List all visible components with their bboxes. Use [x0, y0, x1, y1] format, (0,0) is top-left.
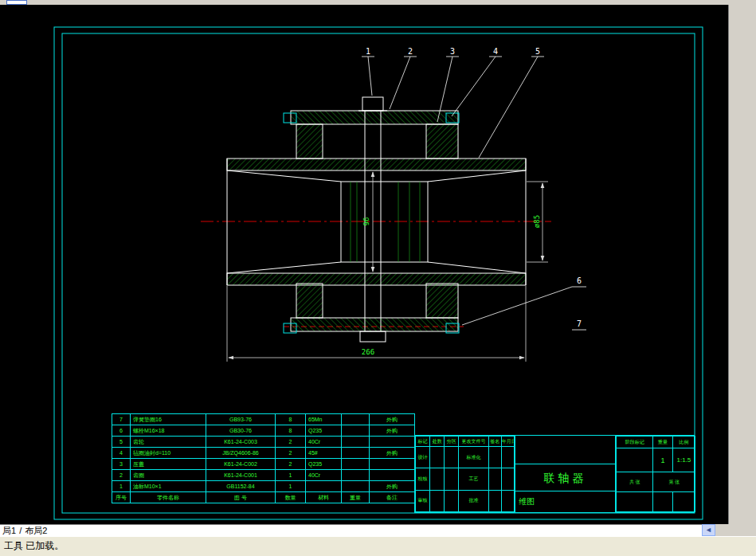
- part-no: 3: [112, 459, 131, 470]
- sheet-no-label: 第 张: [653, 472, 695, 491]
- scale-value: 1:1.5: [672, 448, 695, 472]
- bottom-flange: [284, 284, 459, 342]
- part-no: 1: [112, 481, 131, 492]
- callout-3: 3: [450, 47, 455, 56]
- rev-sign: 签名: [488, 437, 501, 447]
- part-qty: 2: [276, 448, 306, 459]
- dimension-96: 96: [362, 172, 373, 272]
- dim-96-text: 96: [362, 217, 370, 226]
- part-note: [370, 437, 415, 448]
- header-qty: 数量: [276, 492, 306, 503]
- table-row: 2 齿圈 K61-24-C001 1 40Cr: [112, 470, 415, 481]
- part-name: 螺栓M16×18: [131, 425, 206, 437]
- part-weight: [342, 437, 370, 448]
- part-note: 外购: [370, 425, 415, 437]
- header-name: 零件名称: [131, 492, 206, 503]
- drawing-type-label: 维图: [515, 491, 615, 512]
- tab-layout2[interactable]: 布局2: [25, 525, 47, 537]
- part-name: 压盖: [131, 459, 206, 470]
- callout-6: 6: [577, 276, 582, 285]
- total-sheets-label: 共 张: [617, 472, 653, 491]
- bolt-head: [362, 97, 383, 111]
- part-material: [306, 481, 342, 492]
- part-material: 45#: [306, 448, 342, 459]
- status-message: 工具 已加载。: [4, 540, 64, 551]
- table-row: 3 压盖 K61-24-C002 2 Q235: [112, 459, 415, 470]
- part-weight: [342, 470, 370, 481]
- part-material: Q235: [306, 459, 342, 470]
- rev-mark: 标记: [416, 437, 430, 447]
- part-material: 65Mn: [306, 414, 342, 425]
- part-no: 4: [112, 448, 131, 459]
- part-code: K61-24-C001: [206, 470, 276, 481]
- part-qty: 1: [276, 481, 306, 492]
- header-weight: 重量: [342, 492, 370, 503]
- table-header-row: 序号 零件名称 图 号 数量 材料 重量 备注: [112, 492, 415, 503]
- table-row: 6 螺栓M16×18 GB30-76 8 Q235 外购: [112, 425, 415, 437]
- part-no: 2: [112, 470, 131, 481]
- header-material: 材料: [306, 492, 342, 503]
- table-row: 5 齿轮 K61-24-C003 2 40Cr: [112, 437, 415, 448]
- title-block-name-area: 联轴器 维图: [515, 436, 616, 512]
- title-block: 标记 处数 分区 更改文件号 签名 年月日 设计 标准化 校核: [414, 435, 695, 513]
- dim-dia85-text: ø85: [533, 215, 541, 228]
- callout-2: 2: [408, 47, 413, 56]
- sheet-count-value: 1: [653, 448, 672, 472]
- standard-label: 标准化: [459, 447, 488, 468]
- scale-label: 比例: [672, 437, 695, 448]
- table-row: 4 毡圈油封d=110 JB/ZQ4606-86 2 45# 外购: [112, 448, 415, 459]
- part-code: K61-24-C002: [206, 459, 276, 470]
- part-weight: [342, 448, 370, 459]
- title-block-scale-area: 阶段标记 重量 比例 1 1:1.5 共 张 第 张: [616, 436, 695, 512]
- tab-scroll-left-button[interactable]: ◄: [702, 524, 715, 536]
- weight-label: 重量: [653, 437, 672, 448]
- design-label: 设计: [416, 447, 430, 468]
- process-label: 工艺: [459, 468, 488, 490]
- application-window: 96 ø85 266 1 2 3: [0, 0, 756, 556]
- check-label: 校核: [416, 468, 430, 490]
- parts-list-table: 7 弹簧垫圈16 GB93-76 8 65Mn 外购 6 螺栓M16×18 GB…: [112, 413, 415, 503]
- part-weight: [342, 414, 370, 425]
- rev-date: 年月日: [501, 437, 514, 447]
- tab-bar-filler: [715, 524, 756, 536]
- part-note: 外购: [370, 448, 415, 459]
- rev-count: 处数: [430, 437, 445, 447]
- part-name: 毡圈油封d=110: [131, 448, 206, 459]
- scroll-left-icon: ◄: [705, 526, 712, 534]
- stage-label: 阶段标记: [617, 437, 653, 448]
- part-qty: 2: [276, 459, 306, 470]
- title-block-revision-area: 标记 处数 分区 更改文件号 签名 年月日 设计 标准化 校核: [415, 436, 515, 512]
- callout-5: 5: [535, 47, 540, 56]
- part-code: JB/ZQ4606-86: [206, 448, 276, 459]
- drawing-title: 联轴器: [515, 464, 615, 491]
- callout-1: 1: [366, 47, 370, 56]
- part-qty: 2: [276, 437, 306, 448]
- part-no: 5: [112, 437, 131, 448]
- right-side-panel: [728, 5, 756, 524]
- layout-tab-bar: 局1 / 布局2: [0, 524, 702, 536]
- part-name: 油标M10×1: [131, 481, 206, 492]
- part-note: 外购: [370, 481, 415, 492]
- part-qty: 1: [276, 470, 306, 481]
- rev-zone: 分区: [445, 437, 459, 447]
- bolt-nut: [360, 331, 386, 342]
- tab-layout1[interactable]: 局1: [2, 525, 16, 537]
- part-code: K61-24-C003: [206, 437, 276, 448]
- part-material: Q235: [306, 425, 342, 437]
- part-weight: [342, 481, 370, 492]
- part-weight: [342, 459, 370, 470]
- header-no: 序号: [112, 492, 131, 503]
- callouts: 1 2 3 4 5 6 7: [362, 47, 586, 330]
- part-no: 6: [112, 425, 131, 437]
- part-qty: 8: [276, 414, 306, 425]
- part-code: GB30-76: [206, 425, 276, 437]
- rev-docno: 更改文件号: [459, 437, 488, 447]
- status-bar: 工具 已加载。: [0, 536, 756, 556]
- part-material: 40Cr: [306, 437, 342, 448]
- part-material: 40Cr: [306, 470, 342, 481]
- part-name: 齿圈: [131, 470, 206, 481]
- cad-drawing-canvas[interactable]: 96 ø85 266 1 2 3: [0, 5, 728, 524]
- audit-label: 审核: [416, 490, 430, 511]
- part-note: [370, 470, 415, 481]
- approve-label: 批准: [459, 490, 488, 511]
